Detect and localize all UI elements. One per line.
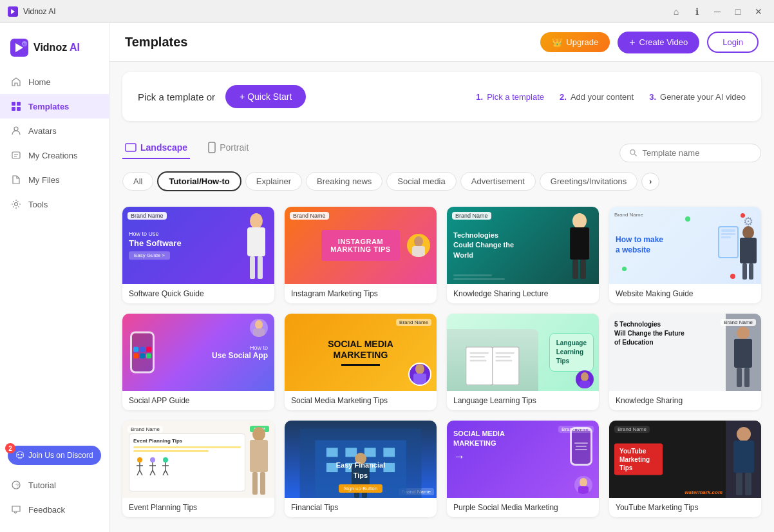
- sidebar-item-tutorial[interactable]: ? Tutorial: [0, 473, 109, 497]
- tab-portrait[interactable]: Portrait: [205, 137, 251, 160]
- svg-rect-49: [737, 368, 742, 387]
- template-name-financial: Financial Tips: [285, 498, 437, 517]
- title-bar: Vidnoz AI ⌂ ℹ ─ □ ✕: [0, 0, 774, 23]
- template-card-software-guide[interactable]: Brand Name How to Use The Software Easy …: [122, 207, 274, 303]
- create-video-button[interactable]: + Create Video: [618, 32, 699, 53]
- cat-tab-explainer[interactable]: Explainer: [245, 172, 302, 191]
- svg-rect-6: [17, 102, 21, 106]
- svg-rect-44: [495, 359, 512, 361]
- template-name-youtube: YouTube Marketing Tips: [609, 498, 761, 517]
- svg-point-56: [150, 457, 155, 462]
- template-card-event[interactable]: Brand Name NEW Event Planning Tips: [122, 421, 274, 517]
- minimize-icon[interactable]: ─: [710, 4, 725, 19]
- sidebar-item-feedback[interactable]: Feedback: [0, 497, 109, 522]
- svg-rect-28: [580, 260, 586, 279]
- sidebar-item-avatars[interactable]: Avatars: [0, 119, 109, 143]
- brand-tag-knowledge2: Brand Name: [721, 319, 756, 326]
- svg-point-86: [737, 427, 751, 441]
- template-card-instagram[interactable]: Brand Name INSTAGRAM MARKTING TIPS: [285, 207, 437, 303]
- sidebar-creations-label: My Creations: [28, 151, 78, 160]
- svg-rect-69: [260, 472, 265, 495]
- page-header: Templates 👑 Upgrade + Create Video Login: [109, 23, 774, 62]
- svg-rect-21: [250, 256, 255, 279]
- brand-tag-youtube: Brand Name: [614, 426, 650, 433]
- sidebar-item-tools[interactable]: Tools: [0, 192, 109, 216]
- pick-template-text: Pick a template or: [138, 91, 215, 102]
- login-label: Login: [722, 37, 743, 47]
- sidebar-item-home[interactable]: Home: [0, 70, 109, 94]
- svg-text:?: ?: [15, 482, 19, 489]
- svg-rect-75: [383, 448, 395, 457]
- avatar-social-app: [252, 320, 266, 337]
- header-actions: 👑 Upgrade + Create Video Login: [540, 32, 759, 53]
- title-bar-controls: ⌂ ℹ ─ □ ✕: [668, 4, 766, 19]
- svg-rect-36: [413, 374, 426, 385]
- tab-landscape[interactable]: Landscape: [122, 137, 190, 159]
- template-card-purple-social[interactable]: Brand Name SOCIAL MEDIAMARKETING →: [447, 421, 599, 517]
- search-icon: [629, 148, 637, 157]
- search-input[interactable]: [642, 148, 751, 158]
- close-icon[interactable]: ✕: [751, 4, 766, 19]
- cat-tab-greetings[interactable]: Greetings/Invitations: [540, 172, 638, 191]
- svg-rect-48: [734, 339, 752, 368]
- person-avatar-insta: [410, 236, 428, 257]
- landscape-icon: [125, 143, 137, 152]
- category-tabs: All Tutorial/How-to Explainer Breaking n…: [122, 171, 637, 191]
- upgrade-button[interactable]: 👑 Upgrade: [540, 32, 610, 52]
- upgrade-label: Upgrade: [566, 37, 598, 47]
- svg-line-60: [153, 470, 155, 475]
- svg-point-18: [630, 150, 635, 155]
- svg-rect-26: [570, 227, 589, 260]
- quickstart-button[interactable]: + Quick Start: [225, 85, 306, 108]
- avatar-social-media: [411, 364, 429, 385]
- sidebar-item-my-creations[interactable]: My Creations: [0, 143, 109, 167]
- tutorial-icon: ?: [10, 479, 22, 491]
- maximize-icon[interactable]: □: [730, 4, 746, 19]
- sidebar-item-templates[interactable]: Templates: [0, 94, 109, 119]
- template-card-language[interactable]: Brand Name: [447, 314, 599, 410]
- brand-tag-knowledge: Brand Name: [452, 212, 491, 220]
- template-card-knowledge[interactable]: Brand Name TechnologiesCould Change theW…: [447, 207, 599, 303]
- svg-rect-8: [17, 107, 21, 111]
- cat-tab-advertisement[interactable]: Advertisement: [460, 172, 536, 191]
- svg-rect-17: [209, 142, 215, 153]
- template-card-social-media[interactable]: Brand Name SOCIAL MEDIAMARKETING Social …: [285, 314, 437, 410]
- people-event: [133, 456, 172, 479]
- home-icon[interactable]: ⌂: [668, 4, 684, 19]
- search-box: [619, 144, 761, 162]
- landscape-label: Landscape: [140, 142, 187, 153]
- cat-tab-social[interactable]: Social media: [386, 172, 456, 191]
- cat-tab-tutorial[interactable]: Tutorial/How-to: [157, 171, 241, 191]
- svg-rect-38: [470, 352, 489, 354]
- template-card-financial[interactable]: Brand Name: [285, 421, 437, 517]
- home-nav-icon: [10, 76, 22, 88]
- template-card-knowledge2[interactable]: Brand Name 5 TechnologiesWill Change the…: [609, 314, 761, 410]
- logo-text: Vidnoz AI: [33, 42, 80, 53]
- quickstart-left: Pick a template or + Quick Start: [138, 85, 306, 108]
- main-content: Templates 👑 Upgrade + Create Video Login…: [109, 23, 774, 532]
- svg-point-33: [255, 320, 263, 329]
- sidebar-item-my-files[interactable]: My Files: [0, 167, 109, 192]
- person-event: [245, 427, 273, 498]
- portrait-label: Portrait: [220, 142, 249, 153]
- app-layout: AI Vidnoz AI Home Templates Avatars: [0, 23, 774, 532]
- quickstart-label: + Quick Start: [240, 91, 292, 102]
- cat-tab-all[interactable]: All: [122, 172, 153, 191]
- plus-icon: +: [629, 37, 635, 48]
- cat-all-label: All: [133, 176, 142, 186]
- svg-point-66: [252, 427, 265, 441]
- login-button[interactable]: Login: [707, 32, 759, 53]
- template-card-social-app[interactable]: How to Use Social App Social APP Guide: [122, 314, 274, 410]
- cat-tab-breaking[interactable]: Breaking news: [306, 172, 382, 191]
- template-card-website[interactable]: Brand Name ⚙ How to makea website: [609, 207, 761, 303]
- template-grid: Brand Name How to Use The Software Easy …: [109, 196, 774, 530]
- brand-tag-event: Brand Name: [127, 426, 163, 433]
- discord-button[interactable]: 2 Join Us on Discord: [8, 446, 101, 465]
- info-icon[interactable]: ℹ: [689, 4, 704, 19]
- category-scroll-arrow[interactable]: ›: [641, 173, 659, 191]
- svg-rect-40: [470, 359, 487, 361]
- template-card-youtube[interactable]: Brand Name YouTubeMarketing Tips: [609, 421, 761, 517]
- avatar-language: [578, 372, 592, 388]
- svg-point-19: [250, 213, 263, 229]
- svg-rect-34: [253, 328, 265, 337]
